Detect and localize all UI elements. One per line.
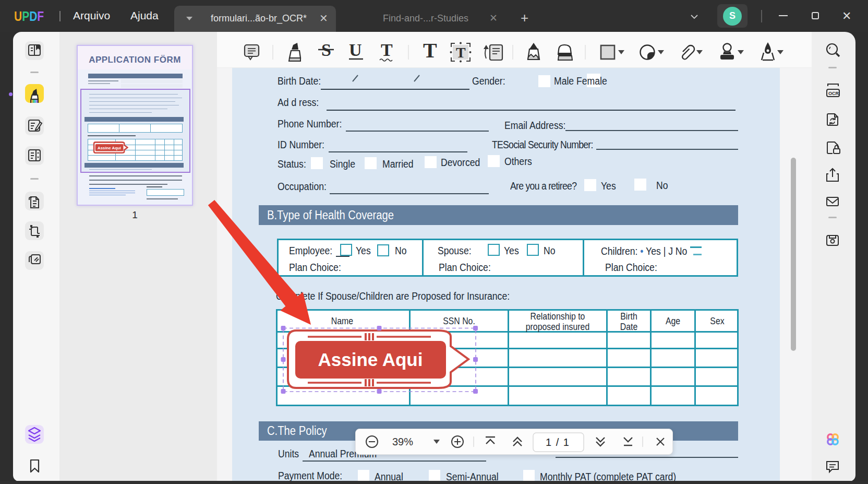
svg-text:Assine Aqui: Assine Aqui	[98, 146, 121, 150]
svg-text:T: T	[423, 39, 437, 62]
svg-text:U: U	[349, 40, 362, 60]
svg-text:39%: 39%	[392, 436, 413, 447]
svg-text:OCR: OCR	[828, 91, 839, 96]
svg-text:Assine Aqui: Assine Aqui	[318, 349, 423, 370]
svg-text:1 / 1: 1 / 1	[546, 436, 570, 448]
svg-text:T: T	[381, 40, 393, 60]
svg-text:T: T	[456, 44, 466, 61]
